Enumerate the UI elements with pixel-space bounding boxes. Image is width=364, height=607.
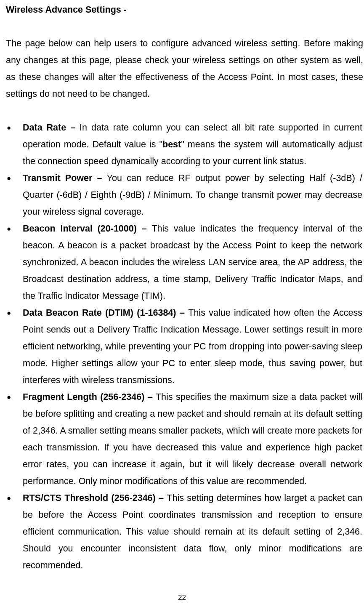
settings-list: Data Rate – In data rate column you can … bbox=[6, 120, 364, 574]
list-item: RTS/CTS Threshold (256-2346) – This sett… bbox=[23, 490, 362, 574]
term-dtim: Data Beacon Rate (DTIM) (1-16384) – bbox=[23, 308, 188, 318]
term-fragment-length: Fragment Length (256-2346) – bbox=[23, 392, 156, 402]
desc-text: This specifies the maximum size a data p… bbox=[23, 392, 362, 486]
list-item: Data Beacon Rate (DTIM) (1-16384) – This… bbox=[23, 305, 362, 389]
page-number: 22 bbox=[0, 591, 364, 604]
list-item: Data Rate – In data rate column you can … bbox=[23, 120, 362, 170]
bold-best: best bbox=[162, 139, 181, 149]
term-data-rate: Data Rate – bbox=[23, 122, 80, 133]
term-transmit-power: Transmit Power – bbox=[23, 173, 107, 183]
desc-text: This value indicates the frequency inter… bbox=[23, 224, 362, 301]
term-rts-cts: RTS/CTS Threshold (256-2346) – bbox=[23, 493, 167, 503]
list-item: Transmit Power – You can reduce RF outpu… bbox=[23, 170, 362, 221]
term-beacon-interval: Beacon Interval (20-1000) – bbox=[23, 224, 151, 234]
page-heading: Wireless Advance Settings - bbox=[6, 2, 364, 19]
intro-paragraph: The page below can help users to configu… bbox=[6, 35, 364, 103]
list-item: Beacon Interval (20-1000) – This value i… bbox=[23, 221, 362, 305]
desc-text: This setting determines how larget a pac… bbox=[23, 493, 362, 570]
desc-text: This value indicated how often the Acces… bbox=[23, 308, 362, 385]
list-item: Fragment Length (256-2346) – This specif… bbox=[23, 389, 362, 490]
